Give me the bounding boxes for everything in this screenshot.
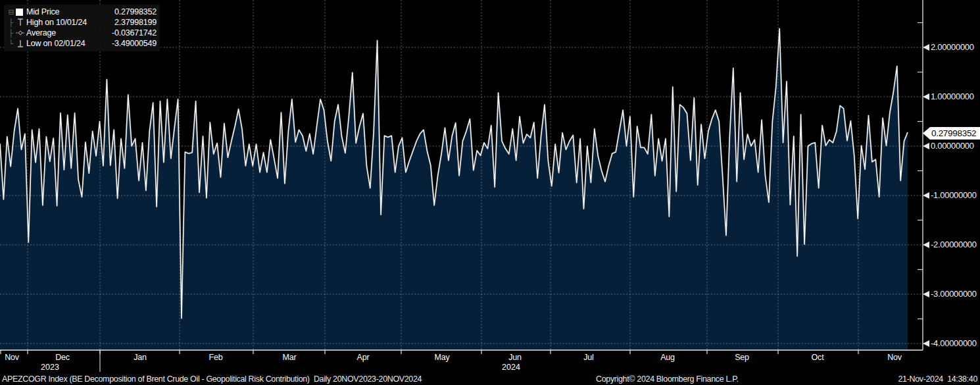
series-swatch (16, 9, 26, 16)
legend-row-high[interactable]: ├ High on 10/01/24 2.37998199 (7, 17, 157, 28)
x-axis-month-label: Oct (812, 353, 824, 362)
x-axis-month-label: May (434, 353, 449, 362)
y-axis-label: 0.00000000 (931, 141, 974, 151)
y-axis-arrow (923, 93, 929, 100)
tree-collapse-icon[interactable]: ⊟ (7, 9, 16, 15)
legend-value: 2.37998199 (114, 18, 157, 27)
legend-value: -3.49000549 (112, 39, 157, 48)
legend: ⊟ Mid Price 0.27998352 ├ High on 10/01/2… (4, 5, 160, 51)
y-axis-label: -4.00000000 (931, 338, 977, 348)
y-axis-label: -1.00000000 (931, 190, 977, 200)
x-axis-month-label: Sep (735, 353, 749, 362)
copyright-text: Copyright© 2024 Bloomberg Finance L.P. (596, 374, 739, 384)
footer-bar: APEZCOGR Index (BE Decomposition of Bren… (0, 373, 980, 385)
price-chart-svg[interactable] (0, 0, 980, 385)
y-axis-arrow (923, 192, 929, 199)
legend-row-mid-price[interactable]: ⊟ Mid Price 0.27998352 (7, 7, 157, 17)
y-axis-arrow (923, 291, 929, 297)
chart-title: APEZCOGR Index (BE Decomposition of Bren… (2, 374, 422, 384)
y-axis-label: -2.00000000 (931, 240, 977, 249)
x-axis-year-label: 2023 (41, 363, 59, 372)
y-axis-arrow (923, 242, 929, 248)
tree-branch-icon: ├ (7, 30, 16, 36)
x-axis-month-label: Jan (134, 353, 147, 362)
y-axis-label: 2.00000000 (931, 42, 974, 52)
x-axis-month-label: Jul (583, 353, 593, 362)
tree-corner-icon: └ (7, 40, 16, 47)
tree-branch-icon: ├ (7, 19, 16, 26)
legend-label: Mid Price (26, 7, 59, 16)
y-axis-arrow (923, 44, 929, 51)
x-axis-month-label: Nov (5, 353, 19, 362)
x-axis-year-label: 2024 (502, 363, 520, 372)
legend-label: Average (26, 28, 56, 38)
legend-label: Low on 02/01/24 (26, 39, 85, 48)
x-axis-month-label: Apr (357, 353, 370, 362)
x-axis-month-label: Mar (283, 353, 297, 362)
x-axis-month-label: Dec (55, 353, 70, 362)
timestamp-text: 21-Nov-2024 14:38:40 (898, 374, 977, 384)
high-whisker-icon (16, 18, 26, 27)
y-axis-arrow (923, 340, 929, 347)
x-axis-month-label: Aug (660, 353, 675, 362)
y-axis-label: -3.00000000 (931, 289, 977, 299)
last-price-tag: 0.27998352 (923, 127, 980, 140)
x-axis-month-label: Nov (887, 353, 902, 362)
y-axis-label: 1.00000000 (931, 91, 974, 101)
legend-value: 0.27998352 (114, 7, 157, 16)
x-axis-month-label: Jun (508, 353, 522, 362)
legend-row-average[interactable]: ├ Average -0.03671742 (7, 28, 157, 38)
low-whisker-icon (16, 39, 26, 48)
legend-value: -0.03671742 (112, 28, 157, 38)
average-marker-icon (16, 28, 26, 38)
y-axis-arrow (923, 143, 929, 149)
bloomberg-chart-screen: ⊟ Mid Price 0.27998352 ├ High on 10/01/2… (0, 0, 980, 385)
legend-label: High on 10/01/24 (26, 18, 87, 27)
area-fill (0, 29, 908, 351)
legend-row-low[interactable]: └ Low on 02/01/24 -3.49000549 (7, 38, 157, 49)
x-axis-month-label: Feb (209, 353, 223, 362)
